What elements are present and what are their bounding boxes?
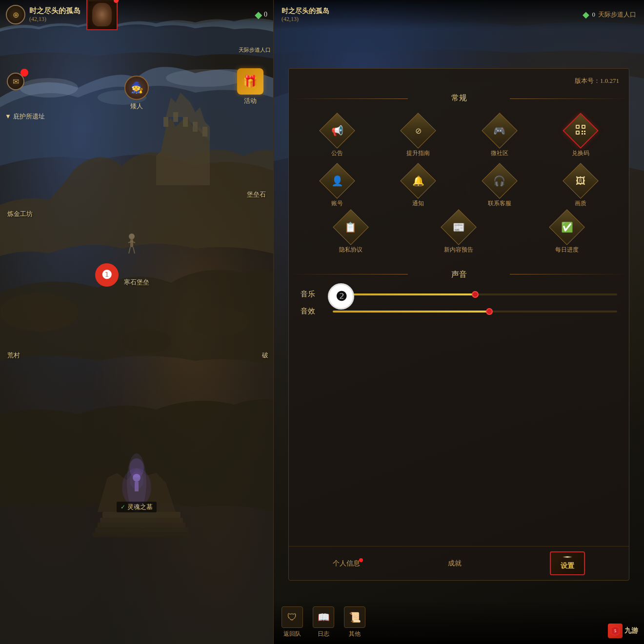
- upgrade-guide-icon: ⊘: [402, 115, 434, 146]
- icon-grid-row3: 📋 隐私协议 📰 新内容预告 ✅ 每日进度: [289, 212, 629, 262]
- right-panel: 时之尽头的孤岛 (42,13) ◆ 0 天际步道人口 版本号：1.0.271 常…: [273, 0, 644, 644]
- quality-icon: 🖼: [565, 165, 596, 196]
- soul-tomb-text: 灵魂之墓: [127, 503, 153, 511]
- svg-text:5: 5: [614, 629, 616, 633]
- nav-journal-btn[interactable]: 📖 日志: [313, 606, 334, 638]
- music-label: 音乐: [301, 290, 325, 299]
- broken-label: 破: [262, 351, 268, 360]
- announcement-symbol: 📢: [331, 125, 343, 137]
- announcement-label: 公告: [331, 149, 343, 157]
- right-waypoint-label: 天际步道人口: [598, 10, 636, 19]
- redeem-label: 兑换码: [572, 149, 589, 157]
- grid-item-account[interactable]: 👤 账号: [301, 165, 374, 208]
- sound-section-title: 声音: [289, 262, 629, 286]
- privacy-symbol: 📋: [344, 221, 357, 233]
- grid-item-notification[interactable]: 🔔 通知: [382, 165, 455, 208]
- sfx-slider-thumb: [486, 308, 493, 315]
- account-icon: 👤: [322, 165, 353, 196]
- daily-progress-icon: ✅: [551, 212, 583, 243]
- wasteland-label: 荒村: [7, 351, 20, 360]
- account-symbol: 👤: [331, 175, 343, 187]
- return-icon: 🛡: [282, 606, 303, 628]
- right-topbar: 时之尽头的孤岛 (42,13) ◆ 0 天际步道人口: [274, 0, 644, 29]
- currency-value: 0: [264, 11, 267, 19]
- grid-item-announcement[interactable]: 📢 公告: [301, 115, 374, 157]
- grid-item-upgrade-guide[interactable]: ⊘ 提升指南: [382, 115, 455, 157]
- location-icon[interactable]: ⊕: [6, 5, 25, 24]
- mail-button[interactable]: ✉: [5, 71, 26, 92]
- right-currency-value: 0: [592, 11, 596, 19]
- grid-item-community[interactable]: 🎮 微社区: [463, 115, 536, 157]
- sfx-label: 音效: [301, 307, 325, 316]
- refuge-label[interactable]: ▼ 庇护所遗址: [5, 112, 45, 121]
- daily-progress-symbol: ✅: [561, 221, 573, 233]
- customer-service-label: 联系客服: [488, 199, 511, 208]
- journal-label: 日志: [318, 630, 329, 638]
- mail-notification-badge: [20, 69, 28, 77]
- soul-tomb-area[interactable]: ✓ 灵魂之墓: [117, 502, 157, 512]
- redeem-symbol: [575, 124, 586, 137]
- other-label: 其他: [349, 630, 361, 638]
- portrait-face: [92, 3, 112, 26]
- quality-symbol: 🖼: [576, 176, 585, 187]
- portrait-inner: [89, 1, 115, 28]
- alchemy-label: 炼金工坊: [7, 210, 33, 218]
- settings-bottom-tabs: 个人信息 成就 设置: [289, 546, 629, 580]
- waypoint-label-left: 天际步道人口: [239, 46, 271, 54]
- dwarf-button[interactable]: 🧙 矮人: [124, 76, 149, 111]
- privacy-label: 隐私协议: [339, 246, 362, 254]
- sfx-slider-track[interactable]: [333, 311, 617, 312]
- notification-label: 通知: [412, 199, 424, 208]
- community-label: 微社区: [491, 149, 508, 157]
- right-location-name: 时之尽头的孤岛: [282, 7, 583, 16]
- nav-other-btn[interactable]: 📜 其他: [344, 606, 365, 638]
- music-slider-thumb: [472, 291, 479, 298]
- nav-return-btn[interactable]: 🛡 返回队: [282, 606, 303, 638]
- right-gem-icon: ◆: [583, 9, 589, 20]
- soul-tomb-label: ✓ 灵魂之墓: [117, 502, 157, 512]
- grid-item-quality[interactable]: 🖼 画质: [544, 165, 617, 208]
- achievement-tab[interactable]: 成就: [448, 559, 462, 568]
- location-name: 时之尽头的孤岛: [29, 6, 80, 16]
- dwarf-icon: 🧙: [124, 76, 149, 100]
- settings-tab[interactable]: 设置: [550, 551, 585, 575]
- personal-info-tab[interactable]: 个人信息: [333, 559, 360, 568]
- personal-info-dot: [359, 558, 363, 562]
- right-location-coords: (42,13): [282, 16, 583, 23]
- dwarf-label: 矮人: [130, 102, 143, 111]
- account-label: 账号: [331, 199, 343, 208]
- upgrade-guide-label: 提升指南: [406, 149, 430, 157]
- community-icon: 🎮: [484, 115, 515, 146]
- activity-button[interactable]: 🎁 活动: [237, 68, 263, 105]
- music-slider-track[interactable]: [333, 293, 617, 295]
- customer-service-symbol: 🎧: [493, 175, 505, 187]
- step-2-indicator: ❷: [328, 283, 354, 310]
- settings-diamond-decor: [563, 556, 572, 558]
- settings-label: 设置: [561, 562, 574, 570]
- personal-info-label: 个人信息: [333, 559, 360, 568]
- check-icon: ✓: [121, 504, 125, 511]
- grid-item-daily-progress[interactable]: ✅ 每日进度: [517, 212, 617, 254]
- sfx-slider-fill: [333, 311, 489, 312]
- svg-rect-41: [584, 131, 585, 132]
- svg-rect-42: [582, 133, 583, 135]
- grid-item-new-content[interactable]: 📰 新内容预告: [409, 212, 509, 254]
- notification-symbol: 🔔: [412, 175, 424, 187]
- character-portrait[interactable]: [86, 0, 118, 30]
- svg-rect-43: [584, 133, 585, 135]
- grid-item-privacy[interactable]: 📋 隐私协议: [301, 212, 401, 254]
- new-content-symbol: 📰: [453, 221, 465, 233]
- portrait-notification-dot: [114, 0, 119, 3]
- refuge-text: 庇护所遗址: [13, 112, 45, 121]
- privacy-icon: 📋: [335, 212, 366, 243]
- achievement-label: 成就: [448, 559, 462, 568]
- icon-grid-row1: 📢 公告 ⊘ 提升指南 🎮 微社区: [289, 107, 629, 165]
- refuge-arrow: ▼: [5, 113, 11, 120]
- activity-label: 活动: [244, 97, 257, 105]
- return-label: 返回队: [283, 630, 301, 638]
- new-content-label: 新内容预告: [444, 246, 473, 254]
- grid-item-redeem[interactable]: 兑换码: [544, 115, 617, 157]
- grid-item-customer-service[interactable]: 🎧 联系客服: [463, 165, 536, 208]
- community-symbol: 🎮: [493, 125, 505, 137]
- jiuyou-text: 九游: [624, 626, 638, 635]
